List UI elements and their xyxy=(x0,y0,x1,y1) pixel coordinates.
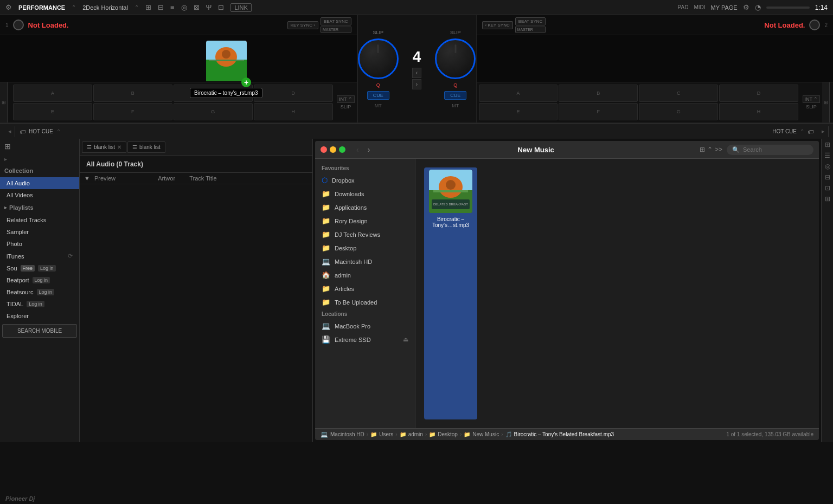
network-icon[interactable]: ◔ xyxy=(755,3,761,11)
sidebar-dj-tech[interactable]: 📁 DJ Tech Reviews xyxy=(315,228,415,241)
grid-view-btn[interactable]: ⊞ xyxy=(700,146,705,153)
master-left[interactable]: MASTER xyxy=(321,27,351,33)
headphone-icon[interactable]: ◎ xyxy=(181,3,187,11)
pad-expand-left[interactable]: ⊞ xyxy=(0,82,8,122)
search-mobile-btn[interactable]: SEARCH MOBILE xyxy=(2,324,77,338)
close-btn[interactable] xyxy=(321,146,327,153)
maximize-btn[interactable] xyxy=(339,146,345,153)
mixer-icon[interactable]: ≡ xyxy=(170,3,175,11)
pad-A-r[interactable]: A xyxy=(479,85,558,102)
sidebar-soundcloud[interactable]: Sou Free Log in xyxy=(0,262,79,274)
pad-F-r[interactable]: F xyxy=(559,103,638,120)
slip-label-right-pad[interactable]: SLIP xyxy=(806,104,817,109)
hot-cue-up-left[interactable]: ⌃ xyxy=(56,128,61,134)
tracklist-tab-2[interactable]: ☰ blank list xyxy=(127,141,165,153)
gear-icon[interactable]: ⚙ xyxy=(5,3,12,11)
pad-G-r[interactable]: G xyxy=(639,103,718,120)
sidebar-related-tracks[interactable]: Related Tracks xyxy=(0,214,79,226)
album-art-drag[interactable]: Birocratic – tony's_rst.mp3 + xyxy=(206,41,247,83)
int-label-right[interactable]: INT ⌃ xyxy=(803,95,821,103)
pad-H[interactable]: H xyxy=(254,103,333,120)
sidebar-explorer[interactable]: Explorer xyxy=(0,310,79,322)
volume-slider[interactable] xyxy=(766,7,810,9)
master-right[interactable]: MASTER xyxy=(515,27,546,33)
login-badge-beatport[interactable]: Log in xyxy=(33,277,50,283)
sidebar-extreme-ssd[interactable]: 💾 Extreme SSD ⏏ xyxy=(315,333,415,346)
login-badge-beatsource[interactable]: Log in xyxy=(37,289,55,295)
sidebar-tidal[interactable]: TIDAL Log in xyxy=(0,298,79,310)
sidebar-beatsource[interactable]: Beatsourc Log in xyxy=(0,286,79,298)
sidebar-expand-btn[interactable]: ▸ xyxy=(0,154,79,164)
settings-icon[interactable]: ⚙ xyxy=(743,3,749,11)
key-sync-right[interactable]: ‹ KEY SYNC xyxy=(482,21,513,29)
sidebar-grid-icon[interactable]: ⊞ xyxy=(0,139,79,154)
view-chevron[interactable]: ⌃ xyxy=(707,146,713,153)
rec-icon[interactable]: ⊡ xyxy=(218,3,224,11)
sidebar-playlists-header[interactable]: ▸ Playlists xyxy=(0,201,79,214)
right-icon-5[interactable]: ⊡ xyxy=(825,184,830,192)
pad-C-r[interactable]: C xyxy=(639,85,718,102)
layout-icon[interactable]: ⊠ xyxy=(194,3,200,11)
pad-D[interactable]: D xyxy=(254,85,333,102)
eject-icon[interactable]: ⏏ xyxy=(403,336,408,343)
file-item-birocratic[interactable]: BELATED BREAKFAST Birocratic – Tony's…st… xyxy=(424,167,477,419)
eq-icon[interactable]: ⊟ xyxy=(158,3,164,11)
search-input[interactable] xyxy=(743,146,808,153)
right-icon-2[interactable]: ☰ xyxy=(824,152,830,159)
pad-F[interactable]: F xyxy=(93,103,172,120)
cue-btn-left[interactable]: CUE xyxy=(367,91,389,100)
beat-sync-left[interactable]: BEAT SYNC xyxy=(321,17,351,25)
jog-wheel-right[interactable] xyxy=(435,38,476,79)
nav-next[interactable]: › xyxy=(412,79,421,89)
pad-A[interactable]: A xyxy=(13,85,92,102)
login-badge-soundcloud[interactable]: Log in xyxy=(38,265,56,272)
sidebar-dropbox[interactable]: ⬡ Dropbox xyxy=(315,173,415,187)
pad-B[interactable]: B xyxy=(93,85,172,102)
int-label-left[interactable]: INT ⌃ xyxy=(337,95,355,103)
sidebar-rory-design[interactable]: 📁 Rory Design xyxy=(315,214,415,228)
section-toggle-left[interactable]: ◂ xyxy=(4,126,15,137)
minimize-btn[interactable] xyxy=(330,146,336,153)
link-btn[interactable]: LINK xyxy=(230,3,251,12)
right-icon-3[interactable]: ◎ xyxy=(825,163,830,170)
pad-E[interactable]: E xyxy=(13,103,92,120)
sidebar-beatport[interactable]: Beatport Log in xyxy=(0,274,79,286)
sidebar-photo[interactable]: Photo xyxy=(0,238,79,250)
sidebar-downloads[interactable]: 📁 Downloads xyxy=(315,187,415,201)
sidebar-articles[interactable]: 📁 Articles xyxy=(315,282,415,295)
right-icon-4[interactable]: ⊟ xyxy=(825,173,830,181)
beat-sync-right[interactable]: BEAT SYNC xyxy=(515,17,546,25)
pad-E-r[interactable]: E xyxy=(479,103,558,120)
right-icon-6[interactable]: ⊞ xyxy=(825,195,830,203)
sidebar-macintosh-hd[interactable]: 💻 Macintosh HD xyxy=(315,255,415,268)
sidebar-desktop[interactable]: 📁 Desktop xyxy=(315,241,415,255)
section-toggle-right[interactable]: ▸ xyxy=(818,126,829,137)
sidebar-admin[interactable]: 🏠 admin xyxy=(315,268,415,282)
sidebar-sampler[interactable]: Sampler xyxy=(0,226,79,238)
pad-B-r[interactable]: B xyxy=(559,85,638,102)
sidebar-macbook-pro[interactable]: 💻 MacBook Pro xyxy=(315,319,415,333)
pad-D-r[interactable]: D xyxy=(719,85,798,102)
sidebar-all-audio[interactable]: All Audio xyxy=(0,177,79,189)
sidebar-all-videos[interactable]: All Videos xyxy=(0,189,79,201)
jog-wheel-left[interactable] xyxy=(358,38,399,79)
nav-forward[interactable]: › xyxy=(366,144,373,155)
right-icon-1[interactable]: ⊞ xyxy=(825,141,830,148)
sidebar-to-be-uploaded[interactable]: 📁 To Be Uploaded xyxy=(315,295,415,309)
double-arrow[interactable]: >> xyxy=(715,146,722,153)
hot-cue-up-right[interactable]: ⌃ xyxy=(800,128,804,134)
pad-G[interactable]: G xyxy=(174,103,253,120)
cue-btn-right[interactable]: CUE xyxy=(444,91,466,100)
slip-label-left[interactable]: SLIP xyxy=(341,104,351,109)
sidebar-collection-header[interactable]: Collection xyxy=(0,164,79,177)
tracklist-tab-1[interactable]: ☰ blank list ✕ xyxy=(82,141,126,153)
sidebar-applications[interactable]: 📁 Applications xyxy=(315,201,415,214)
pad-H-r[interactable]: H xyxy=(719,103,798,120)
tab1-close[interactable]: ✕ xyxy=(117,144,121,150)
grid-icon[interactable]: ⊞ xyxy=(145,3,151,11)
filter-icon[interactable]: ▼ xyxy=(84,175,90,182)
key-sync-left[interactable]: KEY SYNC › xyxy=(287,21,318,29)
sidebar-itunes[interactable]: iTunes ⟳ xyxy=(0,250,79,262)
text-icon[interactable]: Ψ xyxy=(206,3,212,11)
nav-back[interactable]: ‹ xyxy=(354,144,361,155)
